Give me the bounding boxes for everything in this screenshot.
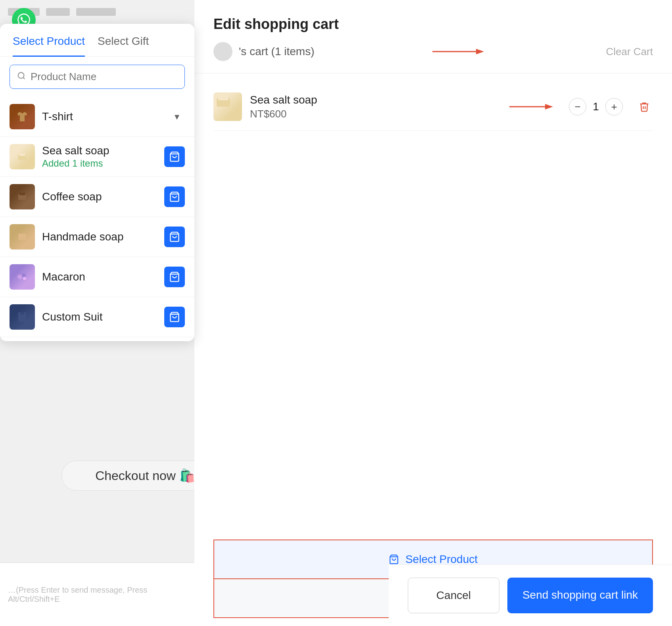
- product-info: Custom Suit: [42, 311, 157, 323]
- send-shopping-cart-link-button[interactable]: Send shopping cart link: [507, 578, 653, 613]
- list-item[interactable]: Macaron: [0, 257, 194, 297]
- clear-cart-button[interactable]: Clear Cart: [606, 46, 653, 58]
- product-thumbnail: [10, 144, 35, 169]
- quantity-increase-button[interactable]: +: [605, 98, 623, 115]
- svg-point-11: [22, 273, 26, 277]
- product-list: T-shirt ▾ Sea salt soap Added 1 items: [0, 97, 194, 341]
- chevron-down-icon[interactable]: ▾: [169, 109, 185, 125]
- arrow-annotation-qty: [505, 101, 561, 113]
- page-title: Edit shopping cart: [213, 16, 653, 33]
- add-to-cart-button[interactable]: [164, 146, 185, 167]
- cart-item-thumbnail: [213, 92, 242, 121]
- edit-cart-panel: Edit shopping cart 's cart (1 items) Cle…: [194, 0, 672, 626]
- add-to-cart-button[interactable]: [164, 267, 185, 287]
- product-info: T-shirt: [42, 110, 162, 123]
- product-thumbnail: [10, 264, 35, 290]
- list-item[interactable]: Plain Suit ▾: [0, 337, 194, 341]
- search-icon: [17, 71, 26, 83]
- svg-line-1: [23, 77, 25, 79]
- svg-rect-8: [18, 234, 26, 240]
- tab-bar: Select Product Select Gift: [0, 24, 194, 57]
- product-thumbnail: [10, 304, 35, 330]
- svg-marker-22: [545, 104, 553, 109]
- cart-summary: 's cart (1 items) Clear Cart: [213, 42, 653, 61]
- svg-point-10: [17, 275, 22, 279]
- quantity-controls: − 1 +: [569, 98, 623, 115]
- list-item[interactable]: Handmade soap: [0, 217, 194, 257]
- arrow-annotation: [428, 46, 492, 58]
- product-selector-panel: Select Product Select Gift: [0, 24, 194, 341]
- product-thumbnail: [10, 104, 35, 129]
- product-info: Macaron: [42, 271, 157, 283]
- cart-label: 's cart (1 items): [239, 45, 314, 58]
- cart-item-row: Sea salt soap NT$600 − 1 +: [213, 83, 653, 131]
- product-info: Coffee soap: [42, 190, 157, 203]
- add-to-cart-button[interactable]: [164, 186, 185, 207]
- cart-user-info: 's cart (1 items): [213, 42, 314, 61]
- add-to-cart-button[interactable]: [164, 227, 185, 247]
- search-input[interactable]: [31, 71, 177, 83]
- product-info: Sea salt soap Added 1 items: [42, 144, 157, 169]
- top-bar: [0, 0, 194, 24]
- svg-rect-20: [218, 96, 228, 100]
- avatar: [213, 42, 232, 61]
- svg-rect-14: [18, 312, 26, 322]
- product-thumbnail: [10, 184, 35, 209]
- quantity-decrease-button[interactable]: −: [569, 98, 586, 115]
- tab-select-product[interactable]: Select Product: [13, 24, 85, 57]
- product-thumbnail: [10, 224, 35, 250]
- add-to-cart-button[interactable]: [164, 307, 185, 327]
- blurred-name-2: [46, 8, 70, 16]
- svg-rect-6: [19, 193, 25, 195]
- cart-item-info: Sea salt soap NT$600: [250, 94, 497, 120]
- svg-marker-18: [476, 49, 484, 54]
- list-item[interactable]: Custom Suit: [0, 297, 194, 337]
- svg-point-0: [18, 72, 24, 78]
- list-item[interactable]: T-shirt ▾: [0, 97, 194, 137]
- blurred-name-3: [76, 8, 116, 16]
- quantity-value: 1: [586, 100, 605, 113]
- svg-rect-3: [19, 154, 25, 156]
- svg-point-12: [23, 277, 26, 280]
- list-item[interactable]: Coffee soap: [0, 177, 194, 217]
- tab-select-gift[interactable]: Select Gift: [98, 24, 149, 57]
- search-box: [10, 65, 185, 89]
- cancel-button[interactable]: Cancel: [408, 578, 499, 613]
- cart-header: Edit shopping cart 's cart (1 items) Cle…: [194, 0, 672, 73]
- footer-actions: Cancel Send shopping cart link: [389, 565, 672, 626]
- cart-content: Sea salt soap NT$600 − 1 +: [194, 73, 672, 532]
- search-area: [0, 57, 194, 97]
- list-item[interactable]: Sea salt soap Added 1 items: [0, 137, 194, 177]
- delete-item-button[interactable]: [636, 98, 653, 115]
- message-input-area[interactable]: …(Press Enter to send message, Press Alt…: [0, 563, 194, 626]
- product-info: Handmade soap: [42, 230, 157, 243]
